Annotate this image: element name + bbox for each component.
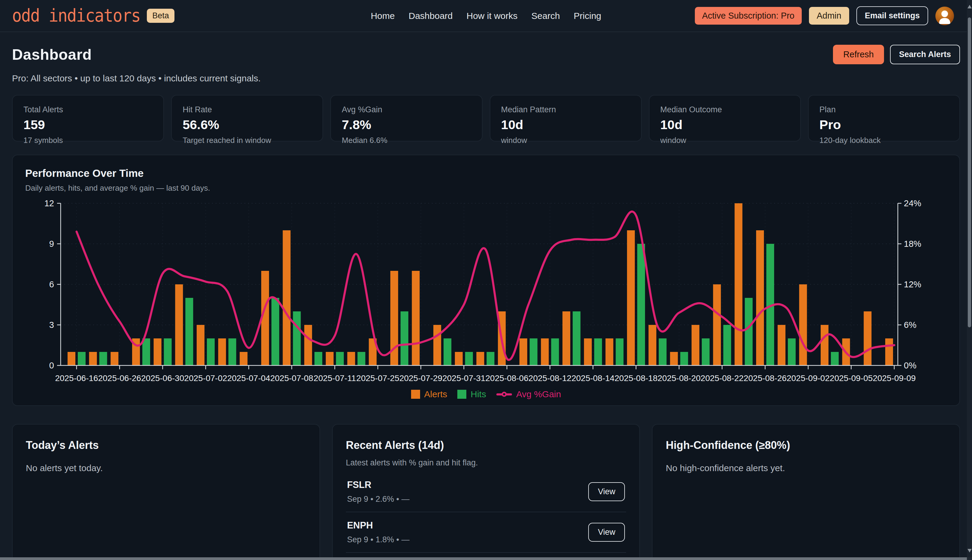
svg-text:2025-07-29: 2025-07-29 [399, 373, 442, 383]
chart-legend: Alerts Hits Avg %Gain [13, 389, 959, 399]
svg-text:2025-07-08: 2025-07-08 [270, 373, 313, 383]
plan-summary-text: Pro: All sectors • up to last 120 days •… [12, 73, 960, 83]
svg-text:12: 12 [45, 198, 54, 208]
alert-ticker: FSLR [347, 480, 410, 490]
svg-text:2025-07-31: 2025-07-31 [442, 373, 485, 383]
stat-value: 56.6% [183, 117, 312, 132]
stat-sub: window [660, 136, 789, 145]
refresh-button[interactable]: Refresh [833, 45, 884, 64]
svg-text:2025-08-14: 2025-08-14 [572, 373, 614, 383]
stat-label: Avg %Gain [342, 105, 471, 114]
stat-plan: Plan Pro 120-day lookback [808, 95, 960, 142]
gain-line-icon [496, 392, 512, 397]
scroll-down-icon[interactable] [967, 549, 972, 552]
svg-text:0%: 0% [904, 361, 917, 370]
beta-badge: Beta [147, 9, 175, 23]
svg-text:2025-08-06: 2025-08-06 [485, 373, 529, 383]
stat-value: 10d [501, 117, 630, 132]
alert-meta: Sep 9 • 1.8% • — [347, 535, 410, 544]
nav-dashboard[interactable]: Dashboard [408, 11, 453, 21]
stat-avg-gain: Avg %Gain 7.8% Median 6.6% [330, 95, 482, 142]
svg-text:2025-09-02: 2025-09-02 [787, 373, 830, 383]
view-button[interactable]: View [588, 523, 625, 542]
svg-text:0: 0 [49, 361, 54, 370]
scrollbar-corner [967, 557, 972, 560]
stat-value: Pro [819, 117, 949, 132]
alert-meta: Sep 9 • 2.6% • — [347, 495, 410, 504]
alert-ticker: ENPH [347, 520, 410, 531]
recent-alerts-title: Recent Alerts (14d) [346, 439, 626, 452]
top-nav-bar: odd indicators Beta Home Dashboard How i… [0, 0, 972, 32]
svg-text:6%: 6% [904, 320, 917, 330]
svg-text:2025-08-22: 2025-08-22 [700, 373, 744, 383]
performance-chart: 00%36%612%918%1224%2025-06-162025-06-262… [13, 155, 959, 405]
svg-text:2025-06-30: 2025-06-30 [141, 373, 184, 383]
stat-value: 159 [23, 117, 153, 132]
stat-label: Total Alerts [23, 105, 153, 114]
recent-alerts-card: Recent Alerts (14d) Latest alerts with %… [332, 424, 640, 560]
email-settings-button[interactable]: Email settings [856, 6, 928, 25]
view-button[interactable]: View [588, 482, 625, 501]
vertical-scrollbar[interactable] [967, 0, 972, 557]
recent-alerts-subtitle: Latest alerts with % gain and hit flag. [346, 458, 626, 468]
stat-median-outcome: Median Outcome 10d window [649, 95, 801, 142]
nav-home[interactable]: Home [371, 11, 395, 21]
todays-alerts-empty-text: No alerts yet today. [26, 463, 306, 473]
subscription-badge: Active Subscription: Pro [695, 7, 802, 25]
app-logo[interactable]: odd indicators [12, 5, 140, 26]
svg-text:2025-06-26: 2025-06-26 [98, 373, 141, 383]
alert-row: ENPH Sep 9 • 1.8% • — View [346, 512, 626, 552]
nav-pricing[interactable]: Pricing [574, 11, 602, 21]
svg-text:2025-09-09: 2025-09-09 [873, 373, 915, 383]
stat-label: Median Outcome [660, 105, 789, 114]
stat-hit-rate: Hit Rate 56.6% Target reached in window [171, 95, 323, 142]
stats-row: Total Alerts 159 17 symbols Hit Rate 56.… [12, 95, 960, 142]
stat-sub: Median 6.6% [342, 136, 471, 145]
svg-text:12%: 12% [904, 280, 921, 289]
stat-label: Median Pattern [501, 105, 630, 114]
svg-text:2025-07-11: 2025-07-11 [313, 373, 356, 383]
stat-total-alerts: Total Alerts 159 17 symbols [12, 95, 164, 142]
svg-text:2025-08-20: 2025-08-20 [658, 373, 700, 383]
svg-text:2025-06-16: 2025-06-16 [55, 373, 98, 383]
svg-text:2025-09-05: 2025-09-05 [830, 373, 873, 383]
legend-gain-label: Avg %Gain [516, 389, 561, 399]
stat-sub: window [501, 136, 630, 145]
main-nav: Home Dashboard How it works Search Prici… [371, 11, 602, 21]
vertical-scrollbar-thumb[interactable] [968, 17, 971, 327]
nav-how-it-works[interactable]: How it works [467, 11, 518, 21]
horizontal-scrollbar[interactable] [0, 557, 967, 560]
admin-badge[interactable]: Admin [809, 7, 849, 25]
user-icon [935, 7, 954, 25]
stat-sub: Target reached in window [183, 136, 312, 145]
high-confidence-title: High-Confidence (≥80%) [666, 439, 946, 452]
user-avatar[interactable] [935, 7, 954, 25]
svg-text:24%: 24% [904, 198, 921, 208]
svg-text:2025-07-25: 2025-07-25 [357, 373, 399, 383]
search-alerts-button[interactable]: Search Alerts [890, 45, 960, 64]
scroll-up-icon[interactable] [967, 5, 972, 8]
svg-text:2025-08-26: 2025-08-26 [744, 373, 787, 383]
alerts-swatch-icon [411, 390, 420, 399]
stat-label: Hit Rate [183, 105, 312, 114]
stat-sub: 120-day lookback [819, 136, 949, 145]
performance-chart-card: Performance Over Time Daily alerts, hits… [12, 155, 960, 406]
svg-text:2025-07-02: 2025-07-02 [184, 373, 227, 383]
hits-swatch-icon [457, 390, 466, 399]
high-confidence-empty-text: No high-confidence alerts yet. [666, 463, 946, 473]
svg-text:3: 3 [49, 320, 54, 330]
nav-search[interactable]: Search [532, 11, 560, 21]
svg-text:18%: 18% [904, 239, 921, 248]
legend-alerts-label: Alerts [424, 389, 447, 399]
svg-text:9: 9 [49, 239, 54, 248]
stat-median-pattern: Median Pattern 10d window [490, 95, 642, 142]
stat-value: 7.8% [342, 117, 471, 132]
high-confidence-card: High-Confidence (≥80%) No high-confidenc… [652, 424, 960, 560]
svg-text:6: 6 [49, 280, 54, 289]
stat-value: 10d [660, 117, 789, 132]
alert-row: FSLR Sep 9 • 2.6% • — View [346, 472, 626, 512]
recent-alerts-list: FSLR Sep 9 • 2.6% • — View ENPH Sep 9 • … [346, 472, 626, 560]
svg-text:2025-07-04: 2025-07-04 [227, 373, 270, 383]
svg-text:2025-08-18: 2025-08-18 [614, 373, 657, 383]
todays-alerts-title: Today’s Alerts [26, 439, 306, 452]
